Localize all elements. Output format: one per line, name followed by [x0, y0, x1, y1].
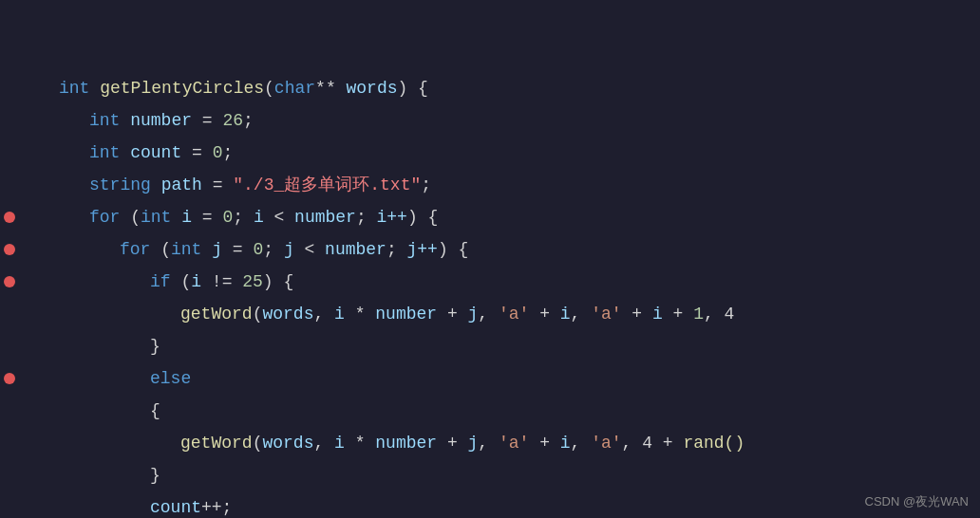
breakpoint-indicator: [4, 212, 15, 223]
line-content: if (i != 25) {: [49, 266, 980, 298]
line-content: for (int j = 0; j < number; j++) {: [49, 233, 980, 266]
token-punc: ,: [313, 434, 334, 453]
token-char: 'a': [499, 434, 529, 453]
token-var: words: [262, 305, 313, 324]
token-fn: getWord: [180, 305, 253, 324]
token-punc: (: [150, 240, 171, 259]
token-op: +: [622, 305, 652, 324]
token-var: i: [334, 305, 345, 324]
line-content: else: [49, 362, 980, 395]
line-content: }: [49, 330, 980, 362]
token-char: 'a': [499, 305, 529, 324]
token-var: i: [254, 208, 264, 227]
token-punc: (: [120, 208, 141, 227]
code-line: {: [0, 395, 980, 427]
code-line: string path = "./3_超多单词环.txt";: [0, 169, 980, 201]
token-punc: ,: [571, 434, 592, 453]
token-punc: (: [264, 79, 274, 98]
token-op: !=: [201, 272, 242, 291]
token-kw: int: [171, 240, 212, 259]
token-kw: int: [141, 208, 181, 227]
token-punc: ;: [263, 240, 284, 259]
token-str2: "./3_超多单词环.txt": [233, 176, 421, 194]
token-punc: }: [150, 466, 160, 485]
token-char: 'a': [591, 305, 621, 324]
watermark: CSDN @夜光WAN: [865, 493, 970, 510]
token-var: count: [150, 498, 201, 517]
line-content: string path = "./3_超多单词环.txt";: [49, 169, 980, 201]
token-var: number: [294, 208, 356, 227]
token-op: *: [345, 305, 375, 324]
token-punc: ;: [233, 208, 254, 227]
token-var: number: [375, 434, 437, 453]
token-punc: ,: [313, 305, 334, 324]
token-punc: ,: [478, 305, 499, 324]
line-content: getWord(words, i * number + j, 'a' + i, …: [49, 427, 980, 459]
token-kw: char: [274, 79, 315, 98]
token-var: i: [560, 434, 571, 453]
token-var: words: [346, 79, 397, 98]
code-line: int number = 26;: [0, 104, 980, 137]
token-punc: ) {: [438, 240, 468, 259]
token-op: **: [315, 79, 346, 98]
token-num: 1: [693, 305, 704, 324]
code-line: for (int j = 0; j < number; j++) {: [0, 233, 980, 266]
token-kw: string: [89, 176, 161, 194]
breakpoint-indicator: [4, 373, 15, 384]
token-var: j: [212, 240, 222, 259]
code-block: int getPlentyCircles(char** words) {int …: [0, 0, 980, 518]
code-line: getWord(words, i * number + j, 'a' + i, …: [0, 298, 980, 330]
code-line: }: [0, 330, 980, 362]
token-var: i: [334, 434, 345, 453]
token-punc: ;: [222, 143, 233, 162]
token-punc: ;: [356, 208, 377, 227]
token-op: +: [529, 434, 559, 453]
token-var: i: [191, 272, 201, 291]
token-punc: ;: [421, 176, 431, 194]
line-content: }: [49, 459, 980, 491]
token-op: +: [529, 305, 559, 324]
token-num: 0: [222, 208, 233, 227]
token-plain: , 4: [704, 305, 734, 324]
code-line: for (int i = 0; i < number; i++) {: [0, 201, 980, 233]
line-content: count++;: [49, 491, 980, 518]
token-char: 'a': [591, 434, 621, 453]
token-punc: }: [150, 337, 160, 356]
token-var: j: [468, 305, 479, 324]
token-op: =: [202, 176, 233, 194]
token-op: ++;: [201, 498, 232, 517]
token-plain: , 4 +: [622, 434, 684, 453]
token-kw: int: [89, 111, 130, 130]
token-var: i: [652, 305, 663, 324]
token-kw: int: [89, 143, 130, 162]
token-var: i++: [377, 208, 407, 227]
token-op: =: [181, 143, 212, 162]
code-editor: int getPlentyCircles(char** words) {int …: [0, 0, 980, 518]
code-line: else: [0, 362, 980, 395]
code-line: int count = 0;: [0, 137, 980, 169]
token-num: 0: [213, 143, 223, 162]
token-var: number: [325, 240, 386, 259]
token-punc: (: [253, 434, 263, 453]
token-var: j: [468, 434, 479, 453]
token-num: 25: [242, 272, 263, 291]
breakpoint-indicator: [4, 276, 15, 287]
line-content: {: [49, 395, 980, 427]
token-punc: (: [171, 272, 192, 291]
token-var: words: [262, 434, 313, 453]
token-var: number: [375, 305, 437, 324]
token-punc: ) {: [407, 208, 438, 227]
token-var: count: [130, 143, 181, 162]
token-kw: int: [59, 79, 100, 98]
token-var: i: [181, 208, 192, 227]
token-num: 0: [253, 240, 263, 259]
token-fn: getWord: [180, 434, 253, 453]
line-content: int getPlentyCircles(char** words) {: [49, 72, 980, 104]
token-punc: ;: [386, 240, 407, 259]
token-fn: getPlentyCircles: [100, 79, 264, 98]
token-punc: ) {: [263, 272, 293, 291]
token-num: 26: [222, 111, 243, 130]
token-op: +: [663, 305, 693, 324]
token-op: *: [345, 434, 375, 453]
code-line: }: [0, 459, 980, 491]
